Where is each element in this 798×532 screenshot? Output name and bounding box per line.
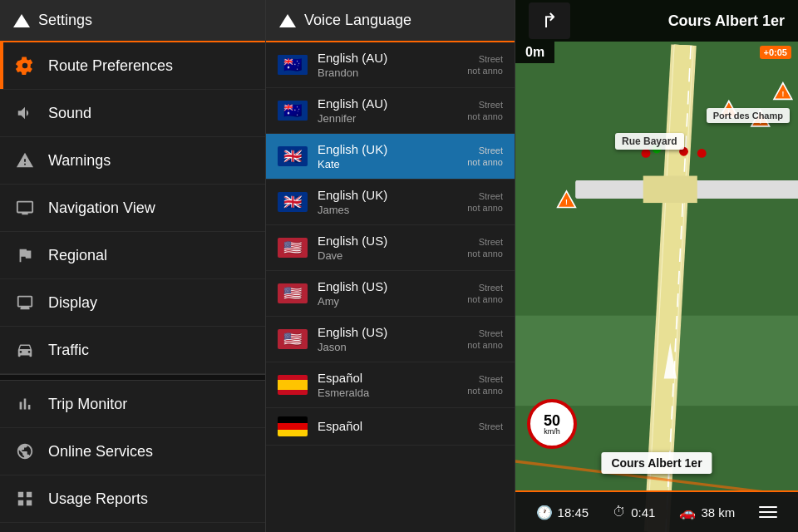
speed-sign: 50 km/h [527, 399, 577, 449]
svg-point-9 [642, 149, 651, 158]
settings-panel: Settings Route Preferences Sound Warning… [0, 0, 266, 532]
svg-rect-8 [643, 176, 697, 204]
voice-panel-title: Voice Language [304, 12, 411, 29]
grid-icon [13, 487, 37, 510]
display-icon [13, 196, 37, 219]
voice-status: Streetnot anno [467, 373, 503, 397]
cours-albert-label: Cours Albert 1er [601, 452, 712, 474]
sidebar-item-regional[interactable]: Regional [0, 232, 265, 279]
flag-de-icon [278, 416, 308, 436]
sidebar-item-sound[interactable]: Sound [0, 90, 265, 137]
port-des-champ-label: Port des Champ [707, 108, 790, 123]
voice-item-en-uk-james[interactable]: English (UK) James Streetnot anno [266, 180, 515, 225]
voice-status: Streetnot anno [467, 190, 503, 214]
clock-icon: 🕐 [536, 505, 553, 520]
flag-uk-icon [278, 192, 308, 212]
voice-info: English (AU) Jennifer [318, 96, 457, 125]
rue-bayard-label: Rue Bayard [615, 133, 684, 150]
flag-au-icon [278, 55, 308, 75]
duration-value: 0:41 [631, 505, 655, 520]
flag-es-icon [278, 375, 308, 395]
eta-value: 18:45 [558, 505, 589, 520]
turn-arrow-icon: ↱ [541, 9, 558, 32]
voice-language: English (AU) [318, 96, 457, 111]
voice-status: Streetnot anno [467, 236, 503, 260]
voice-item-en-uk-kate[interactable]: English (UK) Kate Streetnot anno [266, 134, 515, 180]
voice-name: Brandon [318, 66, 457, 79]
voice-item-es-esmeralda[interactable]: Español Esmeralda Streetnot anno [266, 362, 515, 408]
active-indicator [0, 42, 3, 89]
warnings-label: Warnings [48, 152, 111, 170]
turn-icon-box: ↱ [529, 2, 570, 39]
svg-point-12 [697, 149, 707, 158]
menu-divider [0, 374, 265, 381]
regional-label: Regional [48, 247, 107, 264]
voice-status: Streetnot anno [467, 53, 503, 77]
back-arrow-icon[interactable] [13, 14, 30, 27]
svg-text:!: ! [781, 90, 784, 98]
voice-info: Español Esmeralda [318, 371, 457, 399]
sidebar-item-route-preferences[interactable]: Route Preferences [0, 42, 265, 90]
trip-monitor-label: Trip Monitor [48, 396, 127, 413]
flag-us-icon [278, 329, 308, 349]
svg-text:!: ! [565, 198, 568, 206]
voice-info: English (AU) Brandon [318, 51, 457, 79]
duration-icon: ⏱ [613, 505, 626, 520]
map-panel: ! ! ! ! ↱ Cours Albert 1er 0m +0:05 Rue … [515, 0, 798, 532]
bar-chart-icon [13, 392, 37, 416]
voice-name: James [318, 204, 457, 216]
traffic-label: Traffic [48, 342, 89, 359]
sidebar-item-navigation-view[interactable]: Navigation View [0, 185, 265, 232]
voice-language: Español [318, 371, 457, 385]
distance-display: 0m [515, 42, 554, 63]
menu-bar-line-3 [759, 516, 777, 518]
map-bottom-bar: 🕐 18:45 ⏱ 0:41 🚗 38 km [515, 490, 798, 532]
flag-us-icon [278, 238, 308, 258]
voice-info: English (US) Amy [318, 279, 457, 308]
distance-icon: 🚗 [679, 505, 696, 520]
route-preferences-label: Route Preferences [48, 57, 173, 75]
voice-item-en-us-dave[interactable]: English (US) Dave Streetnot anno [266, 225, 515, 271]
voice-language: English (AU) [318, 51, 457, 65]
time-badge: +0:05 [760, 46, 791, 59]
flag-uk-icon [278, 146, 308, 166]
car-icon [13, 338, 37, 362]
eta-info: 🕐 18:45 [536, 505, 589, 520]
flag-icon [13, 244, 37, 267]
voice-language: English (UK) [318, 188, 457, 202]
sidebar-item-usage-reports[interactable]: Usage Reports [0, 475, 265, 523]
voice-item-en-au-jennifer[interactable]: English (AU) Jennifer Streetnot anno [266, 88, 515, 134]
voice-name: Esmeralda [318, 387, 457, 399]
menu-bar-line-2 [759, 511, 777, 513]
voice-language: Español [318, 419, 469, 433]
settings-header: Settings [0, 0, 265, 42]
sidebar-item-display[interactable]: Display [0, 279, 265, 327]
voice-item-en-au-brandon[interactable]: English (AU) Brandon Streetnot anno [266, 42, 515, 88]
voice-name: Dave [318, 249, 457, 262]
voice-name: Kate [318, 158, 457, 170]
monitor-icon [13, 291, 37, 314]
voice-info: English (US) Jason [318, 325, 457, 353]
voice-language: English (US) [318, 234, 457, 248]
settings-title: Settings [38, 12, 92, 29]
sidebar-item-warnings[interactable]: Warnings [0, 137, 265, 185]
voice-name: Jason [318, 341, 457, 353]
sidebar-item-online-services[interactable]: Online Services [0, 428, 265, 475]
flag-au-icon [278, 101, 308, 121]
distance-info: 🚗 38 km [679, 505, 735, 520]
menu-bar-line-1 [759, 506, 777, 508]
voice-info: English (UK) James [318, 188, 457, 216]
map-menu-button[interactable] [759, 506, 777, 518]
voice-name: Jennifer [318, 112, 457, 125]
voice-item-en-us-jason[interactable]: English (US) Jason Streetnot anno [266, 317, 515, 362]
sidebar-item-trip-monitor[interactable]: Trip Monitor [0, 381, 265, 428]
flag-us-icon [278, 283, 308, 303]
sidebar-item-traffic[interactable]: Traffic [0, 327, 265, 374]
voice-item-de-bottom[interactable]: Español Street [266, 408, 515, 446]
usage-reports-label: Usage Reports [48, 490, 148, 508]
back-arrow-icon[interactable] [279, 14, 296, 27]
voice-info: Español [318, 419, 469, 435]
voice-status: Streetnot anno [467, 145, 503, 169]
next-street-name: Cours Albert 1er [668, 12, 785, 30]
voice-item-en-us-amy[interactable]: English (US) Amy Streetnot anno [266, 271, 515, 317]
